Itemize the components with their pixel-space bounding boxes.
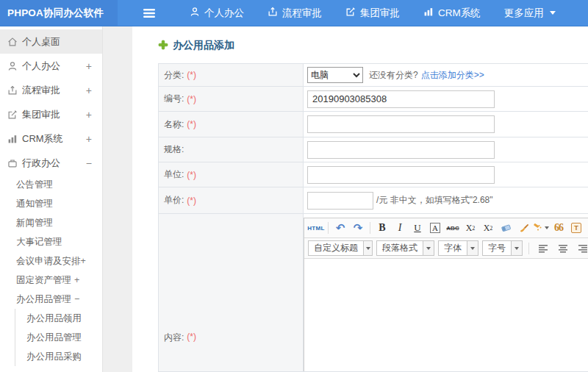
required-asterisk: (*) — [187, 70, 196, 80]
spec-input[interactable] — [307, 141, 495, 159]
process-approval-icon — [7, 85, 21, 96]
required-asterisk: (*) — [187, 94, 196, 104]
briefcase-icon — [7, 158, 21, 168]
nav-item-label: 个人办公 — [204, 7, 244, 20]
name-input[interactable] — [307, 115, 495, 133]
caret-down-icon — [550, 11, 556, 15]
app-logo: PHPOA协同办公软件 — [0, 0, 118, 26]
sidebar-item-admin-office[interactable]: 行政办公 − — [0, 151, 102, 175]
caret-down-icon — [511, 241, 522, 255]
align-center-icon[interactable] — [555, 241, 571, 256]
sidebar-item-personal-office[interactable]: 个人办公 + — [0, 54, 102, 78]
home-icon — [7, 37, 21, 47]
form-row-unit: 单位: (*) — [159, 162, 588, 187]
subscript-button[interactable]: X2 — [480, 221, 496, 235]
sidebar-item-group-approval[interactable]: 集团审批 + — [0, 102, 102, 126]
price-label: 单价: (*) — [159, 187, 304, 213]
number-label: 编号: (*) — [159, 87, 304, 111]
form-row-number: 编号: (*) — [159, 87, 588, 112]
hamburger-menu-icon[interactable] — [143, 0, 156, 26]
sidebar-subitem-office-supplies-mgmt[interactable]: 办公用品管理− — [0, 290, 102, 309]
edit-square-icon — [7, 110, 21, 120]
paste-text-button[interactable]: T — [568, 221, 584, 235]
editor-content-area[interactable] — [304, 259, 588, 371]
font-family-select[interactable]: 字体 — [438, 240, 478, 256]
italic-button[interactable]: I — [392, 221, 408, 235]
sidebar-subitem-memorabilia-mgmt[interactable]: 大事记管理 — [0, 232, 102, 251]
plus-icon — [158, 40, 168, 52]
sidebar-subitem-fixed-assets-mgmt[interactable]: 固定资产管理+ — [0, 271, 102, 290]
format-painter-icon[interactable] — [533, 221, 549, 235]
price-format-hint: /元 非中文，如填写格式"2.68" — [376, 194, 493, 207]
no-category-hint: 还没有分类? — [369, 69, 418, 82]
underline-button[interactable]: U — [409, 221, 426, 235]
sidebar-item-office-supplies-receive[interactable]: 办公用品领用 — [15, 309, 102, 328]
page-title-text: 办公用品添加 — [173, 39, 234, 52]
font-size-select[interactable]: 字号 — [482, 240, 523, 256]
required-asterisk: (*) — [187, 332, 196, 342]
category-select[interactable]: 电脑 — [307, 67, 363, 83]
sidebar-subitem-meeting-request[interactable]: 会议申请及安排+ — [0, 251, 102, 271]
form-row-content: 内容: (*) HTML ↶ ↷ — [159, 214, 588, 371]
font-border-button[interactable]: A — [427, 221, 443, 235]
sidebar: 个人桌面 个人办公 + 流程审批 + 集团审批 + CRM系统 + — [0, 26, 103, 372]
content-label: 内容: (*) — [159, 214, 304, 371]
form-row-price: 单价: (*) /元 非中文，如填写格式"2.68" — [159, 187, 588, 214]
name-label: 名称: (*) — [159, 112, 304, 137]
price-input[interactable] — [307, 192, 373, 210]
sidebar-item-office-supplies-manage[interactable]: 办公用品管理 — [15, 328, 102, 347]
sidebar-subitem-news-mgmt[interactable]: 新闻管理 — [0, 213, 102, 232]
nav-item-label: CRM系统 — [438, 7, 481, 20]
process-approval-icon — [268, 7, 278, 19]
strikethrough-button[interactable]: ABC — [445, 221, 461, 235]
align-right-icon[interactable] — [575, 241, 588, 256]
superscript-button[interactable]: X2 — [462, 221, 478, 235]
paragraph-format-select[interactable]: 段落格式 — [376, 240, 434, 256]
editor-toolbar-row1: HTML ↶ ↷ B I U A ABC — [304, 218, 588, 238]
user-icon — [7, 61, 21, 71]
caret-down-icon — [467, 241, 478, 255]
sidebar-item-office-supplies-purchase[interactable]: 办公用品采购 — [15, 347, 102, 366]
sidebar-item-personal-desktop[interactable]: 个人桌面 — [0, 29, 102, 54]
nav-item-personal-office[interactable]: 个人办公 — [178, 0, 256, 26]
top-navbar: PHPOA协同办公软件 个人办公 流程审批 集团审批 CRM系统 更多应用 — [0, 0, 588, 26]
navbar-menu: 个人办公 流程审批 集团审批 CRM系统 更多应用 — [178, 0, 567, 26]
user-icon — [190, 7, 200, 19]
nav-item-process-approval[interactable]: 流程审批 — [256, 0, 334, 26]
nav-item-more-apps[interactable]: 更多应用 — [492, 0, 567, 26]
required-asterisk: (*) — [187, 119, 196, 129]
unit-label: 单位: (*) — [159, 162, 304, 187]
sidebar-item-crm[interactable]: CRM系统 + — [0, 126, 102, 151]
category-label: 分类: (*) — [159, 64, 304, 86]
spec-label: 规格: — [159, 137, 304, 162]
form-row-name: 名称: (*) — [159, 112, 588, 137]
edit-square-icon — [345, 7, 356, 19]
bold-button[interactable]: B — [374, 221, 390, 235]
eraser-icon[interactable] — [498, 221, 514, 235]
paint-brush-icon[interactable] — [515, 221, 531, 235]
redo-icon[interactable]: ↷ — [350, 221, 366, 235]
blockquote-button[interactable]: 66 — [551, 221, 567, 235]
add-category-link[interactable]: 点击添加分类>> — [421, 69, 484, 82]
caret-down-icon — [423, 241, 434, 255]
unit-input[interactable] — [307, 166, 495, 184]
sidebar-item-process-approval[interactable]: 流程审批 + — [0, 78, 102, 102]
content-area: 办公用品添加 分类: (*) 电脑 还没有分类? — [103, 26, 588, 372]
sidebar-subitem-notice-mgmt[interactable]: 通知管理 — [0, 194, 102, 213]
nav-item-crm[interactable]: CRM系统 — [412, 0, 492, 26]
align-left-icon[interactable] — [535, 241, 551, 256]
form-row-category: 分类: (*) 电脑 还没有分类? 点击添加分类>> — [159, 64, 588, 87]
page-title: 办公用品添加 — [158, 38, 588, 53]
add-supplies-form: 分类: (*) 电脑 还没有分类? 点击添加分类>> — [158, 63, 588, 372]
source-code-button[interactable]: HTML — [308, 221, 324, 235]
editor-toolbar-row2: 自定义标题 段落格式 字体 — [304, 238, 588, 259]
rich-text-editor-cell: HTML ↶ ↷ B I U A ABC — [304, 214, 588, 371]
sidebar-third-level-list: 办公用品领用 办公用品管理 办公用品采购 — [15, 309, 102, 366]
undo-icon[interactable]: ↶ — [332, 221, 348, 235]
screen: PHPOA协同办公软件 个人办公 流程审批 集团审批 CRM系统 更多应用 — [0, 0, 588, 372]
number-input[interactable] — [307, 90, 495, 108]
bar-chart-icon — [7, 134, 21, 144]
nav-item-group-approval[interactable]: 集团审批 — [334, 0, 412, 26]
custom-title-select[interactable]: 自定义标题 — [308, 240, 373, 256]
sidebar-subitem-announcement-mgmt[interactable]: 公告管理 — [0, 175, 102, 194]
